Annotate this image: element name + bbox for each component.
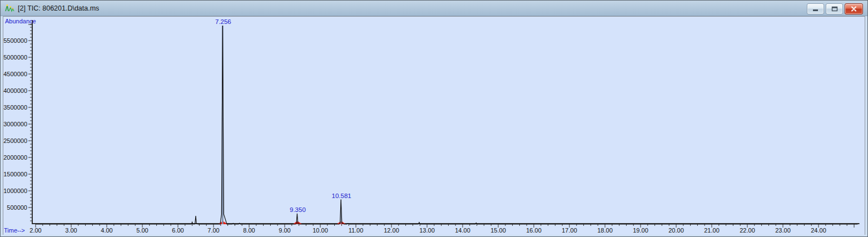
tic-trace	[36, 26, 857, 224]
x-tick-label: 22.00	[740, 227, 755, 234]
y-tick-label: 2000000	[3, 154, 27, 161]
close-button[interactable]	[845, 3, 863, 14]
window-controls	[807, 3, 863, 14]
y-tick-label: 4500000	[3, 71, 27, 77]
peak-label: 9.350	[290, 206, 306, 213]
x-tick-label: 18.00	[597, 227, 613, 234]
y-tick-label: 5000000	[3, 54, 27, 61]
y-tick-label: 3000000	[3, 121, 27, 127]
y-tick-label: 1500000	[3, 171, 27, 177]
chromatogram-chart[interactable]: 5000001000000150000020000002500000300000…	[3, 17, 865, 235]
title-bar[interactable]: [2] TIC: 806201.D\data.ms	[1, 1, 867, 16]
maximize-button[interactable]	[826, 3, 843, 14]
y-tick-label: 5500000	[3, 37, 27, 44]
x-tick-label: 16.00	[526, 227, 542, 234]
x-tick-label: 3.00	[65, 227, 77, 234]
x-tick-label: 9.00	[279, 227, 290, 234]
x-tick-label: 13.00	[419, 227, 435, 234]
x-tick-label: 15.00	[490, 227, 506, 234]
x-tick-label: 14.00	[455, 227, 470, 234]
y-axis-title: Abundance	[5, 18, 36, 24]
x-tick-label: 17.00	[562, 227, 577, 234]
integration-mark	[337, 221, 346, 224]
x-tick-label: 7.00	[207, 227, 219, 234]
x-axis-title: Time-->	[4, 227, 25, 234]
minimize-button[interactable]	[807, 3, 824, 14]
plot-area[interactable]: 5000001000000150000020000002500000300000…	[3, 16, 865, 235]
chromatogram-window: [2] TIC: 806201.D\data.ms 50	[0, 0, 868, 237]
x-tick-label: 6.00	[172, 227, 183, 234]
x-tick-label: 8.00	[243, 227, 255, 234]
chromatogram-app-icon	[5, 3, 14, 13]
y-tick-label: 3500000	[3, 104, 27, 111]
peak-label: 7.256	[215, 18, 231, 25]
x-tick-label: 12.00	[384, 227, 399, 234]
x-tick-label: 19.00	[633, 227, 648, 234]
window-title: [2] TIC: 806201.D\data.ms	[18, 4, 99, 12]
x-tick-label: 11.00	[349, 227, 364, 234]
x-tick-label: 4.00	[101, 227, 112, 234]
y-tick-label: 2500000	[3, 137, 27, 144]
minimize-icon	[812, 6, 819, 12]
x-tick-label: 24.00	[811, 227, 826, 234]
y-tick-label: 500000	[7, 204, 27, 211]
x-tick-label: 20.00	[668, 227, 684, 234]
y-tick-label: 4000000	[3, 87, 27, 94]
x-tick-label: 5.00	[136, 227, 148, 234]
window-frame-bottom	[1, 235, 867, 236]
x-tick-label: 10.00	[313, 227, 328, 234]
x-tick-label: 23.00	[775, 227, 791, 234]
x-tick-label: 21.00	[704, 227, 720, 234]
x-tick-label: 2.00	[29, 227, 41, 234]
close-icon	[851, 6, 857, 12]
peak-label: 10.581	[332, 192, 351, 199]
y-tick-label: 1000000	[3, 187, 27, 194]
maximize-icon	[831, 6, 838, 12]
